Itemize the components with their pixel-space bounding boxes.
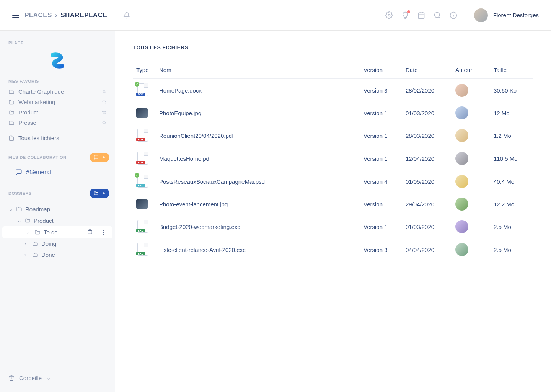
dossiers-label: DOSSIERS: [8, 191, 32, 196]
file-name: HomePage.docx: [159, 87, 202, 94]
file-name: RéunionClient20/04/2020.pdf: [159, 132, 233, 139]
svg-line-7: [439, 16, 440, 18]
place-label: PLACE: [0, 41, 115, 45]
file-size: 2.5 Mo: [494, 247, 511, 253]
tree-leaf[interactable]: ›To do⋮: [2, 226, 112, 238]
file-doc-icon: DOC✓: [136, 83, 149, 97]
author-avatar: [455, 198, 468, 211]
file-size: 12 Mo: [494, 110, 510, 116]
idea-icon[interactable]: [401, 11, 409, 19]
pin-icon[interactable]: [102, 88, 106, 95]
file-exc-icon: EXC: [136, 220, 149, 234]
col-date[interactable]: Date: [403, 61, 452, 79]
col-type[interactable]: Type: [133, 61, 156, 79]
page-title: TOUS LES FICHIERS: [133, 44, 533, 51]
avatar: [474, 8, 488, 22]
sidebar-all-files[interactable]: Tous les fichiers: [0, 128, 115, 144]
add-folder-button[interactable]: [90, 189, 109, 198]
file-version: Version 1: [364, 110, 388, 116]
file-name: PostsRéseauxSociauxCampagneMai.psd: [159, 178, 265, 185]
file-date: 29/04/2020: [406, 201, 434, 207]
file-date: 12/04/2020: [406, 155, 434, 162]
pin-icon[interactable]: [102, 109, 106, 116]
file-size: 2.5 Mo: [494, 224, 511, 230]
author-avatar: [455, 220, 468, 233]
col-version[interactable]: Version: [360, 61, 403, 79]
chevron-right-icon: ›: [24, 240, 29, 247]
user-name: Florent Desforges: [493, 12, 539, 18]
tree-roadmap[interactable]: ⌄ Roadmap: [0, 203, 115, 215]
file-version: Version 1: [364, 132, 388, 139]
author-avatar: [455, 84, 468, 97]
file-pdf-icon: PDF: [136, 152, 149, 165]
favorite-item[interactable]: Presse: [0, 118, 115, 128]
table-row[interactable]: PhotoEquipe.jpgVersion 101/03/202012 Mo: [133, 102, 533, 124]
file-name: Budget-2020-webmarketing.exc: [159, 224, 240, 230]
check-icon: ✓: [135, 173, 139, 178]
favorite-item[interactable]: Charte Graphique: [0, 87, 115, 97]
image-thumb-icon: [136, 199, 148, 209]
file-date: 01/03/2020: [406, 224, 434, 230]
trash-button[interactable]: Corbeille ⌄: [8, 374, 106, 381]
tree-product[interactable]: ⌄ Product: [0, 215, 115, 226]
file-version: Version 3: [364, 247, 388, 253]
svg-point-6: [434, 12, 439, 17]
main-content: TOUS LES FICHIERS Type Nom Version Date …: [115, 31, 551, 392]
table-row[interactable]: Photo-event-lancement.jpgVersion 129/04/…: [133, 193, 533, 215]
sidebar: PLACE MES FAVORIS Charte GraphiqueWebmar…: [0, 31, 115, 392]
user-menu[interactable]: Florent Desforges: [474, 8, 539, 22]
chevron-right-icon: ›: [27, 229, 31, 235]
channel-general[interactable]: #General: [0, 164, 115, 180]
table-row[interactable]: EXCBudget-2020-webmarketing.excVersion 1…: [133, 215, 533, 238]
table-row[interactable]: PSD✓PostsRéseauxSociauxCampagneMai.psdVe…: [133, 170, 533, 193]
chevron-right-icon: ›: [55, 11, 57, 19]
search-icon[interactable]: [434, 11, 441, 19]
calendar-icon[interactable]: [417, 11, 425, 19]
breadcrumb-root[interactable]: PLACES: [24, 11, 52, 19]
place-logo[interactable]: [0, 49, 115, 72]
favorite-label: Product: [18, 109, 38, 116]
collab-label: FILS DE COLLABORATION: [8, 155, 66, 160]
breadcrumb-app[interactable]: SHAREPLACE: [60, 11, 107, 19]
file-size: 1.2 Mo: [494, 132, 511, 139]
col-author[interactable]: Auteur: [452, 61, 491, 79]
kebab-icon[interactable]: ⋮: [99, 229, 108, 236]
gear-icon[interactable]: [385, 11, 393, 19]
table-row[interactable]: PDFRéunionClient20/04/2020.pdfVersion 12…: [133, 124, 533, 147]
file-name: PhotoEquipe.jpg: [159, 110, 201, 116]
file-name: Liste-client-relance-Avril-2020.exc: [159, 247, 246, 253]
table-row[interactable]: DOC✓HomePage.docxVersion 328/02/202030.6…: [133, 79, 533, 102]
tree-leaf[interactable]: ›Done: [0, 249, 115, 260]
table-row[interactable]: PDFMaquettesHome.pdfVersion 112/04/20201…: [133, 147, 533, 170]
file-name: MaquettesHome.pdf: [159, 155, 211, 162]
breadcrumb: PLACES › SHAREPLACE: [24, 11, 107, 19]
bell-icon[interactable]: [123, 12, 130, 19]
favorite-item[interactable]: Product: [0, 107, 115, 118]
file-date: 01/03/2020: [406, 110, 434, 116]
favorites-label: MES FAVORIS: [0, 79, 115, 83]
file-name: Photo-event-lancement.jpg: [159, 201, 228, 207]
table-row[interactable]: EXCListe-client-relance-Avril-2020.excVe…: [133, 238, 533, 261]
info-icon[interactable]: [450, 11, 457, 19]
col-name[interactable]: Nom: [156, 61, 360, 79]
file-date: 01/05/2020: [406, 178, 434, 185]
favorite-item[interactable]: Webmarketing: [0, 97, 115, 107]
trash-label: Corbeille: [19, 375, 42, 381]
menu-toggle[interactable]: [12, 13, 19, 18]
file-psd-icon: PSD✓: [136, 175, 149, 188]
file-version: Version 1: [364, 224, 388, 230]
pin-icon[interactable]: [102, 119, 106, 126]
tree-leaf[interactable]: ›Doing: [0, 238, 115, 249]
file-size: 30.60 Ko: [494, 87, 517, 94]
file-size: 40.4 Mo: [494, 178, 514, 185]
share-icon[interactable]: [87, 229, 93, 236]
header: PLACES › SHAREPLACE Florent Desforges: [0, 0, 551, 31]
tree-child-label: Product: [34, 217, 54, 224]
col-size[interactable]: Taille: [491, 61, 533, 79]
pin-icon[interactable]: [102, 99, 106, 105]
add-channel-button[interactable]: [90, 153, 109, 162]
channel-label: #General: [26, 169, 51, 176]
file-date: 04/04/2020: [406, 247, 434, 253]
file-date: 28/02/2020: [406, 87, 434, 94]
file-date: 28/03/2020: [406, 132, 434, 139]
